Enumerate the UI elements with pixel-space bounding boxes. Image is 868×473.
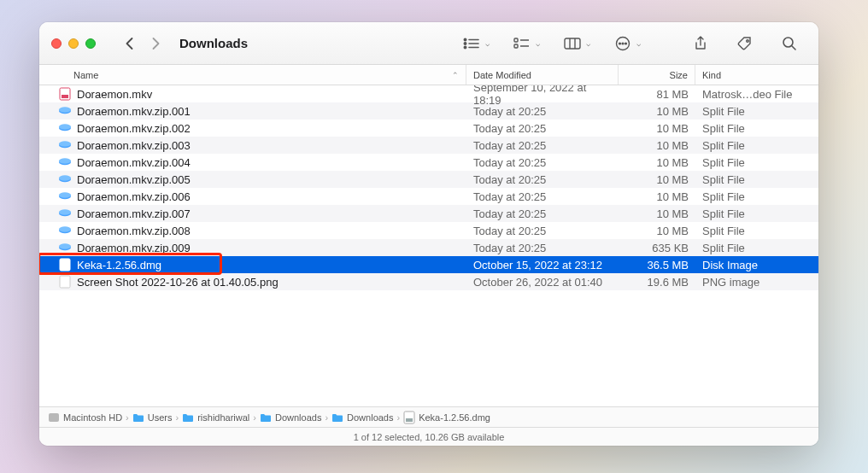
zoom-traffic-light[interactable] — [85, 38, 96, 49]
file-date: Today at 20:25 — [466, 190, 619, 203]
breadcrumb-item[interactable]: Downloads — [260, 412, 321, 423]
file-row[interactable]: Doraemon.mkv.zip.003 Today at 20:25 10 M… — [39, 137, 818, 154]
breadcrumb-item[interactable]: Keka-1.2.56.dmg — [403, 412, 490, 423]
minimize-traffic-light[interactable] — [68, 38, 79, 49]
svg-rect-41 — [62, 266, 68, 269]
disk-icon — [48, 412, 60, 423]
file-date: Today at 20:25 — [466, 207, 619, 220]
breadcrumb-item[interactable]: Users — [132, 412, 173, 423]
tag-icon — [733, 35, 757, 52]
svg-point-25 — [59, 124, 71, 129]
breadcrumb-label: Users — [148, 412, 173, 423]
back-button[interactable] — [121, 37, 138, 50]
file-size: 635 KB — [619, 242, 695, 254]
file-kind: Split File — [695, 122, 818, 135]
file-row[interactable]: Doraemon.mkv.zip.001 Today at 20:25 10 M… — [39, 102, 818, 120]
group-by-button[interactable]: ⌵ — [555, 35, 595, 52]
view-square-button[interactable]: ⌵ — [505, 35, 545, 52]
column-header-kind[interactable]: Kind — [695, 65, 818, 85]
split-file-icon — [58, 241, 72, 254]
file-list[interactable]: Doraemon.mkv September 10, 2022 at 18:19… — [39, 85, 818, 406]
split-file-icon — [58, 138, 72, 152]
finder-window: Downloads ⌵ ⌵ ⌵ ⌵ — [39, 22, 818, 446]
svg-rect-21 — [62, 95, 68, 98]
file-size: 10 MB — [619, 105, 695, 118]
file-date: Today at 20:25 — [466, 225, 619, 237]
file-size: 10 MB — [619, 207, 695, 220]
breadcrumb-label: Downloads — [275, 412, 321, 423]
file-date: Today at 20:25 — [466, 122, 619, 135]
bullet-list-icon — [460, 35, 484, 52]
file-row[interactable]: Doraemon.mkv.zip.004 Today at 20:25 10 M… — [39, 154, 818, 171]
svg-point-16 — [625, 43, 627, 44]
column-header-date[interactable]: Date Modified — [466, 65, 619, 85]
split-file-icon — [58, 190, 72, 203]
view-bullet-button[interactable]: ⌵ — [455, 35, 495, 52]
breadcrumb-label: rishidhariwal — [197, 412, 249, 423]
svg-rect-43 — [49, 413, 59, 422]
chevron-down-icon: ⌵ — [586, 39, 590, 48]
file-row[interactable]: Doraemon.mkv September 10, 2022 at 18:19… — [39, 85, 818, 102]
file-row[interactable]: Doraemon.mkv.zip.006 Today at 20:25 10 M… — [39, 188, 818, 205]
dmg-file-icon — [58, 258, 72, 272]
split-file-icon — [58, 121, 72, 135]
file-kind: PNG image — [695, 276, 818, 289]
file-size: 36.5 MB — [619, 259, 695, 272]
breadcrumb-item[interactable]: Downloads — [331, 412, 393, 423]
svg-line-19 — [792, 46, 795, 50]
file-kind: Split File — [695, 139, 818, 152]
file-name: Doraemon.mkv.zip.002 — [77, 122, 191, 135]
file-kind: Split File — [695, 173, 818, 186]
file-name: Doraemon.mkv.zip.006 — [77, 190, 191, 203]
svg-point-4 — [464, 46, 466, 48]
png-file-icon — [58, 275, 72, 289]
search-button[interactable] — [772, 35, 806, 52]
tags-button[interactable] — [728, 35, 762, 52]
column-header-name[interactable]: Name ⌃ — [39, 65, 466, 85]
svg-rect-10 — [565, 38, 580, 49]
file-size: 81 MB — [619, 88, 695, 101]
forward-button[interactable] — [148, 37, 164, 50]
breadcrumb-item[interactable]: rishidhariwal — [182, 412, 249, 423]
split-file-icon — [58, 172, 72, 186]
folder-icon — [331, 412, 343, 423]
svg-rect-6 — [514, 38, 518, 42]
window-title: Downloads — [179, 36, 248, 50]
svg-rect-45 — [406, 418, 413, 422]
chevron-down-icon: ⌵ — [636, 39, 641, 48]
file-row[interactable]: Doraemon.mkv.zip.002 Today at 20:25 10 M… — [39, 120, 818, 137]
svg-point-23 — [59, 107, 71, 112]
breadcrumb-label: Macintosh HD — [63, 412, 122, 423]
file-name: Doraemon.mkv.zip.005 — [77, 173, 191, 186]
breadcrumb-separator-icon: › — [396, 412, 400, 423]
file-row[interactable]: Doraemon.mkv.zip.008 Today at 20:25 10 M… — [39, 222, 818, 239]
file-size: 10 MB — [619, 225, 695, 237]
file-kind: Split File — [695, 156, 818, 169]
window-controls — [51, 38, 96, 49]
action-menu-button[interactable]: ⌵ — [606, 35, 646, 52]
file-name: Doraemon.mkv.zip.009 — [77, 242, 191, 254]
file-date: September 10, 2022 at 18:19 — [466, 85, 619, 107]
close-traffic-light[interactable] — [51, 38, 62, 49]
file-kind: Split File — [695, 242, 818, 254]
file-row[interactable]: Doraemon.mkv.zip.007 Today at 20:25 10 M… — [39, 205, 818, 222]
svg-point-27 — [59, 141, 71, 146]
sort-ascending-icon: ⌃ — [452, 71, 459, 79]
search-icon — [777, 35, 801, 52]
file-row[interactable]: Screen Shot 2022-10-26 at 01.40.05.png O… — [39, 273, 818, 290]
column-headers: Name ⌃ Date Modified Size Kind — [39, 65, 818, 85]
breadcrumb-separator-icon: › — [126, 412, 129, 423]
file-row[interactable]: Doraemon.mkv.zip.009 Today at 20:25 635 … — [39, 239, 818, 256]
file-row[interactable]: Keka-1.2.56.dmg October 15, 2022 at 23:1… — [39, 256, 818, 273]
file-size: 19.6 MB — [619, 276, 695, 289]
share-button[interactable] — [683, 35, 718, 52]
file-row[interactable]: Doraemon.mkv.zip.005 Today at 20:25 10 M… — [39, 171, 818, 188]
breadcrumb-item[interactable]: Macintosh HD — [48, 412, 122, 423]
column-header-size[interactable]: Size — [619, 65, 695, 85]
file-name: Doraemon.mkv.zip.008 — [77, 225, 191, 237]
svg-point-33 — [59, 192, 71, 197]
svg-point-31 — [59, 175, 71, 180]
svg-point-35 — [59, 209, 71, 214]
file-kind: Disk Image — [695, 259, 818, 272]
split-file-icon — [58, 155, 72, 169]
